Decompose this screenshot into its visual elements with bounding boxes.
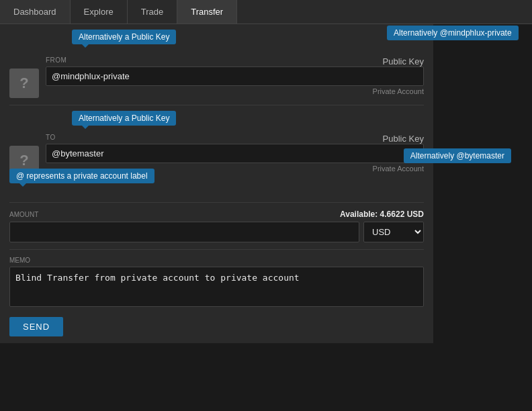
to-label: TO — [46, 134, 56, 141]
currency-select[interactable]: USD BTC ETH BTS — [363, 222, 424, 242]
app-container: Dashboard Explore Trade Transfer Alterna… — [0, 0, 532, 411]
amount-available: Available: 4.6622 USD — [340, 210, 424, 219]
memo-input[interactable] — [9, 267, 424, 307]
tab-transfer[interactable]: Transfer — [177, 0, 237, 24]
top-nav: Dashboard Explore Trade Transfer — [0, 0, 532, 24]
from-field-group: FROM Public Key Private Account — [46, 56, 424, 95]
from-label: FROM — [46, 56, 66, 64]
from-section: ? FROM Public Key Private Account — [9, 56, 424, 98]
send-button[interactable]: SEND — [9, 317, 63, 336]
memo-section: MEMO — [9, 257, 424, 309]
tab-explore[interactable]: Explore — [71, 0, 128, 24]
tooltip-from-public-key: Alternatively a Public Key — [72, 30, 176, 44]
to-field-group: TO Public Key Private Account Alternativ… — [46, 134, 424, 173]
tab-dashboard[interactable]: Dashboard — [0, 0, 71, 24]
amount-input[interactable] — [9, 222, 359, 242]
from-public-key-label: Public Key — [383, 56, 424, 66]
to-section: ? TO Public Key Private Account Alternat… — [9, 134, 424, 175]
from-avatar: ? — [9, 68, 39, 98]
tooltip-private-account-label: @ represents a private account label — [9, 169, 154, 183]
divider-amount-memo — [9, 249, 424, 250]
tooltip-to-public-key: Alternatively a Public Key — [72, 111, 176, 126]
divider-to-amount — [9, 202, 424, 203]
from-private-label: Private Account — [46, 87, 424, 95]
tab-trade[interactable]: Trade — [128, 0, 177, 24]
memo-label: MEMO — [9, 257, 424, 264]
amount-section: AMOUNT Available: 4.6622 USD USD BTC ETH… — [9, 210, 424, 242]
tooltip-mindphlux-outer: Alternatively @mindphlux-private — [387, 26, 519, 40]
to-input[interactable] — [46, 144, 424, 163]
from-input[interactable] — [46, 66, 424, 86]
amount-label: AMOUNT — [9, 211, 38, 218]
divider-from-to — [9, 105, 424, 105]
tooltip-bytemaster-outer: Alternatively @bytemaster — [404, 148, 511, 163]
to-public-key-label: Public Key — [383, 134, 424, 144]
transfer-panel: Alternatively a Public Key ? FROM Public… — [0, 24, 433, 343]
